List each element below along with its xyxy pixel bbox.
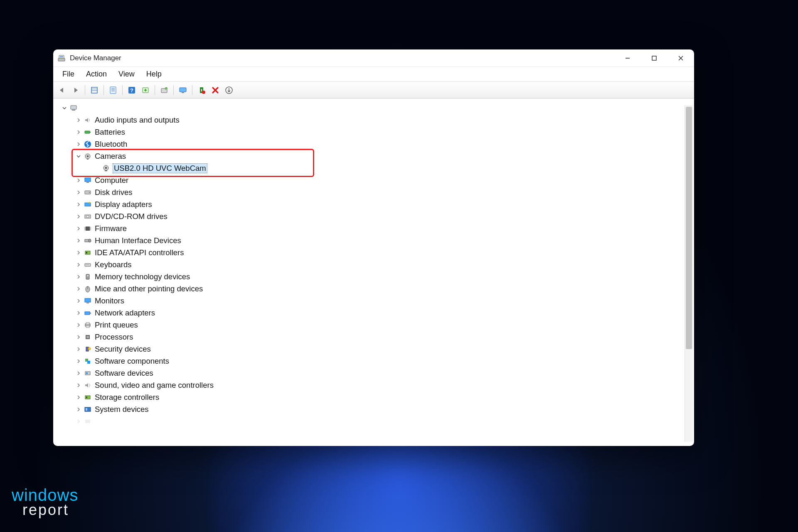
toolbar-scan-button[interactable]: ↻: [158, 84, 170, 96]
toolbar-properties-button[interactable]: [107, 84, 119, 96]
chevron-right-icon[interactable]: [75, 140, 82, 148]
tree-item-cameras[interactable]: Cameras: [57, 150, 694, 162]
menu-file[interactable]: File: [57, 68, 80, 80]
svg-rect-44: [86, 227, 90, 231]
svg-rect-55: [85, 264, 91, 266]
tree-item-firmware[interactable]: Firmware: [57, 222, 694, 234]
menu-help[interactable]: Help: [140, 68, 167, 80]
chevron-right-icon[interactable]: [75, 128, 82, 136]
menu-view[interactable]: View: [113, 68, 140, 80]
tree-item-label: Bluetooth: [95, 140, 127, 149]
tree-item-printq[interactable]: Print queues: [57, 319, 694, 331]
tree-item-dvd[interactable]: DVD/CD-ROM drives: [57, 210, 694, 222]
toolbar-events-button[interactable]: [223, 84, 235, 96]
tree-item-sound[interactable]: Sound, video and game controllers: [57, 379, 694, 391]
toolbar-separator: [192, 85, 192, 95]
toolbar-forward-button[interactable]: [69, 84, 82, 96]
chevron-right-icon[interactable]: [75, 321, 82, 329]
tree-item-display[interactable]: Display adapters: [57, 198, 694, 210]
tree-root-computer[interactable]: [57, 102, 694, 114]
scrollbar-thumb[interactable]: [686, 107, 692, 349]
webcam-icon: [101, 164, 111, 173]
svg-rect-80: [86, 408, 87, 411]
toolbar-help-button[interactable]: ?: [126, 84, 138, 96]
network-adapter-icon: [83, 308, 92, 318]
tree-item-hid[interactable]: Human Interface Devices: [57, 234, 694, 246]
svg-rect-7: [91, 87, 97, 93]
chevron-right-icon[interactable]: [75, 116, 82, 124]
app-icon: [57, 54, 66, 62]
device-tree-panel: Audio inputs and outputs Batteries Bluet…: [53, 99, 694, 446]
svg-rect-53: [85, 251, 90, 254]
tree-item-keyboards[interactable]: Keyboards: [57, 259, 694, 271]
chevron-right-icon[interactable]: [75, 213, 82, 220]
system-device-icon: [83, 405, 92, 414]
chevron-right-icon[interactable]: [75, 189, 82, 196]
maximize-button[interactable]: [641, 49, 667, 66]
tree-item-ide[interactable]: IDE ATA/ATAPI controllers: [57, 246, 694, 259]
svg-text:?: ?: [130, 87, 133, 94]
toolbar-disable-button[interactable]: [209, 84, 222, 96]
tree-item-bluetooth[interactable]: Bluetooth: [57, 138, 694, 150]
chevron-right-icon[interactable]: [75, 249, 82, 256]
memory-icon: [83, 272, 92, 281]
chevron-right-icon[interactable]: [75, 297, 82, 305]
menu-action[interactable]: Action: [80, 68, 113, 80]
chevron-right-icon[interactable]: [75, 357, 82, 365]
tree-item-storage[interactable]: Storage controllers: [57, 391, 694, 403]
chevron-right-icon[interactable]: [75, 285, 82, 293]
chevron-down-icon[interactable]: [75, 153, 82, 160]
tree-item-audio[interactable]: Audio inputs and outputs: [57, 114, 694, 126]
tree-item-batteries[interactable]: Batteries: [57, 126, 694, 138]
chevron-right-icon[interactable]: [75, 177, 82, 184]
chevron-right-icon[interactable]: [75, 333, 82, 341]
chevron-right-icon[interactable]: [75, 225, 82, 232]
svg-rect-60: [87, 275, 89, 276]
svg-rect-76: [86, 372, 88, 374]
mouse-icon: [83, 284, 92, 293]
tree-item-computer[interactable]: Computer: [57, 174, 694, 186]
spacer: [93, 165, 101, 172]
close-button[interactable]: [667, 49, 694, 66]
computer-root-icon: [69, 103, 78, 113]
svg-rect-65: [85, 312, 90, 315]
tree-item-monitors[interactable]: Monitors: [57, 295, 694, 307]
chevron-right-icon[interactable]: [75, 237, 82, 244]
tree-item-label: Human Interface Devices: [95, 236, 181, 245]
desktop-icon: [83, 176, 92, 185]
toolbar-uninstall-button[interactable]: [195, 84, 208, 96]
tree-item-mice[interactable]: Mice and other pointing devices: [57, 283, 694, 295]
toolbar-monitor-button[interactable]: [177, 84, 189, 96]
toolbar-back-button[interactable]: [56, 84, 68, 96]
chevron-right-icon[interactable]: [75, 309, 82, 317]
chevron-right-icon[interactable]: [75, 382, 82, 389]
chevron-right-icon[interactable]: [75, 345, 82, 353]
toolbar-show-hidden-button[interactable]: [88, 84, 101, 96]
toolbar-update-driver-button[interactable]: [139, 84, 152, 96]
tree-item-usb-webcam[interactable]: USB2.0 HD UVC WebCam: [57, 162, 694, 174]
tree-item-swcomp[interactable]: Software components: [57, 355, 694, 367]
tree-item-label: Network adapters: [95, 308, 155, 318]
chevron-right-icon[interactable]: [75, 273, 82, 281]
chevron-right-icon[interactable]: [75, 369, 82, 377]
svg-rect-54: [86, 252, 87, 254]
tree-item-disk[interactable]: Disk drives: [57, 186, 694, 198]
tree-item-security[interactable]: Security devices: [57, 343, 694, 355]
tree-item-network[interactable]: Network adapters: [57, 307, 694, 319]
svg-rect-64: [86, 303, 89, 303]
minimize-button[interactable]: [614, 49, 641, 66]
tree-item-system[interactable]: System devices: [57, 403, 694, 415]
chevron-right-icon[interactable]: [75, 261, 82, 268]
tree-item-memory[interactable]: Memory technology devices: [57, 271, 694, 283]
disc-drive-icon: [83, 212, 92, 221]
chevron-right-icon[interactable]: [75, 394, 82, 401]
tree-item-processors[interactable]: Processors: [57, 331, 694, 343]
tree-item-swdev[interactable]: Software devices: [57, 367, 694, 379]
tree-item-label: Batteries: [95, 128, 125, 137]
chevron-down-icon[interactable]: [61, 104, 68, 112]
chevron-right-icon[interactable]: [75, 406, 82, 413]
sound-icon: [83, 381, 92, 390]
vertical-scrollbar[interactable]: [685, 105, 693, 442]
chevron-right-icon[interactable]: [75, 201, 82, 208]
tree-item-label: Computer: [95, 176, 128, 185]
